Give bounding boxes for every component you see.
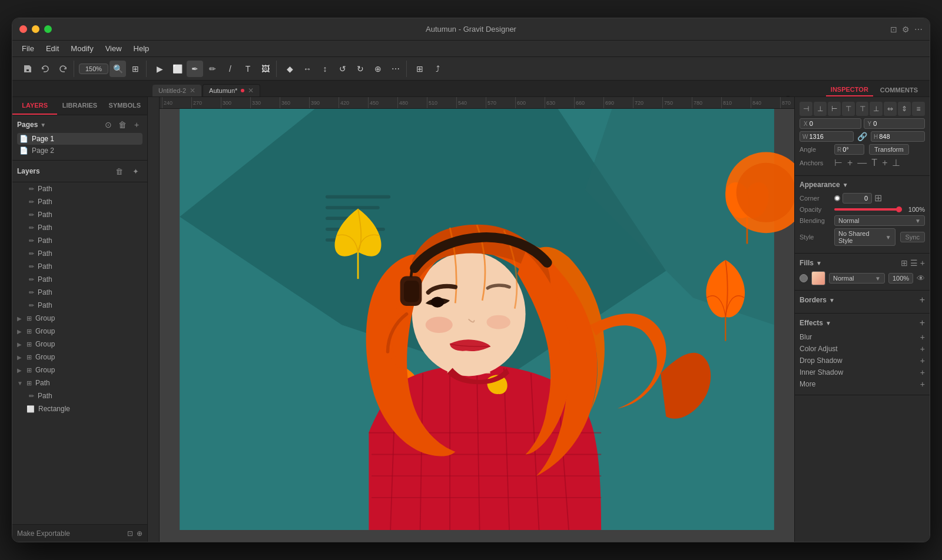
text-tool[interactable]: T bbox=[240, 61, 256, 77]
align-bottom-btn[interactable]: ⊥ bbox=[870, 102, 883, 116]
image-tool[interactable]: 🖼 bbox=[257, 61, 274, 77]
layer-path-6[interactable]: ✏ Path bbox=[12, 247, 147, 260]
fit-tool[interactable]: ⊞ bbox=[127, 61, 144, 77]
effects-add-btn[interactable]: + bbox=[920, 318, 925, 328]
layers-add-btn[interactable]: ✦ bbox=[128, 164, 142, 178]
tab-symbols[interactable]: SYMBOLS bbox=[102, 97, 147, 115]
corner-adjust-btn[interactable]: ⊞ bbox=[874, 192, 882, 204]
shape-tool[interactable]: ⬜ bbox=[169, 61, 185, 77]
anchor-bottom-icon[interactable]: ⊥ bbox=[892, 157, 900, 168]
align-top-btn[interactable]: ⊤ bbox=[842, 102, 855, 116]
anchor-left-icon[interactable]: ⊢ bbox=[834, 157, 843, 168]
layer-group-2[interactable]: ▶ ⊞ Group bbox=[12, 325, 147, 338]
angle-value[interactable]: 0° bbox=[843, 146, 849, 153]
line-tool[interactable]: / bbox=[222, 61, 238, 77]
more-add-btn[interactable]: + bbox=[920, 379, 925, 389]
undo-button[interactable] bbox=[37, 61, 54, 77]
pencil-tool[interactable]: ✏ bbox=[204, 61, 221, 77]
layer-path-4[interactable]: ✏ Path bbox=[12, 221, 147, 234]
canvas-content[interactable] bbox=[160, 109, 794, 530]
rotate-cw-tool[interactable]: ↻ bbox=[352, 61, 369, 77]
more-tool[interactable]: ⋯ bbox=[387, 61, 404, 77]
layer-group-1[interactable]: ▶ ⊞ Group bbox=[12, 312, 147, 325]
sync-btn[interactable]: Sync bbox=[900, 232, 925, 242]
export-icon-2[interactable]: ⊕ bbox=[137, 529, 142, 538]
x-value[interactable]: 0 bbox=[810, 120, 813, 127]
pages-delete-btn[interactable]: 🗑 bbox=[117, 119, 128, 131]
pages-add-btn[interactable]: + bbox=[131, 119, 142, 131]
window-action-2[interactable]: ⚙ bbox=[902, 25, 910, 34]
menu-edit[interactable]: Edit bbox=[41, 42, 64, 55]
fill-color-swatch[interactable] bbox=[811, 271, 825, 285]
style-select[interactable]: No Shared Style ▼ bbox=[834, 228, 895, 246]
canvas-area[interactable]: 240 270 300 330 360 390 420 450 480 510 … bbox=[148, 97, 794, 542]
drop-shadow-add-btn[interactable]: + bbox=[920, 356, 925, 365]
doc-tab-untitled[interactable]: Untitled-2 ✕ bbox=[152, 85, 201, 96]
export-tool[interactable]: ⤴ bbox=[429, 61, 446, 77]
layer-group-5[interactable]: ▶ ⊞ Group bbox=[12, 364, 147, 376]
fill-opacity[interactable]: 100% bbox=[888, 273, 913, 284]
save-button[interactable] bbox=[19, 61, 36, 77]
window-action-3[interactable]: ⋯ bbox=[914, 25, 923, 34]
layer-path-9[interactable]: ✏ Path bbox=[12, 286, 147, 299]
lock-aspect-btn[interactable]: 🔗 bbox=[856, 132, 868, 141]
doc-tab-autumun[interactable]: Autumun* ✕ bbox=[203, 84, 260, 96]
menu-help[interactable]: Help bbox=[129, 42, 154, 55]
zoom-level[interactable]: 150% bbox=[79, 64, 108, 74]
boolean-tool[interactable]: ⊕ bbox=[370, 61, 386, 77]
align-right-btn[interactable]: ⊢ bbox=[828, 102, 841, 116]
layers-delete-btn[interactable]: 🗑 bbox=[112, 164, 126, 178]
close-button[interactable] bbox=[19, 25, 27, 33]
zoom-tool[interactable]: 🔍 bbox=[110, 61, 126, 77]
rotate-ccw-tool[interactable]: ↺ bbox=[334, 61, 351, 77]
fill-toggle-btn[interactable] bbox=[800, 274, 808, 282]
align-center-v-btn[interactable]: ⊤ bbox=[856, 102, 869, 116]
y-value[interactable]: 0 bbox=[873, 120, 877, 127]
fill-blend-select[interactable]: Normal ▼ bbox=[829, 273, 885, 284]
fills-settings-icon[interactable]: ⊞ bbox=[901, 258, 908, 268]
align-left-btn[interactable]: ⊣ bbox=[800, 102, 812, 116]
blur-add-btn[interactable]: + bbox=[920, 332, 925, 342]
dist-v-btn[interactable]: ⇕ bbox=[898, 102, 911, 116]
anchor-right-icon[interactable]: — bbox=[857, 158, 867, 168]
page-item-1[interactable]: 📄 Page 1 bbox=[17, 133, 142, 145]
align-center-h-btn[interactable]: ⊥ bbox=[814, 102, 827, 116]
anchor-center-icon[interactable]: + bbox=[847, 158, 853, 168]
bar-chart-btn[interactable]: ≡ bbox=[912, 102, 925, 116]
opacity-slider[interactable] bbox=[834, 208, 902, 211]
transform-btn[interactable]: Transform bbox=[869, 144, 909, 155]
export-icon-1[interactable]: ⊡ bbox=[127, 529, 133, 538]
select-tool[interactable]: ▶ bbox=[151, 61, 168, 77]
comments-tab[interactable]: COMMENTS bbox=[875, 84, 923, 96]
layer-path-sub[interactable]: ✏ Path bbox=[12, 389, 147, 402]
color-adjust-add-btn[interactable]: + bbox=[920, 344, 925, 354]
layer-path-5[interactable]: ✏ Path bbox=[12, 234, 147, 247]
opacity-thumb[interactable] bbox=[896, 206, 902, 212]
page-item-2[interactable]: 📄 Page 2 bbox=[17, 145, 142, 156]
fills-add-icon[interactable]: + bbox=[920, 258, 925, 268]
pen-tool[interactable]: ✒ bbox=[187, 61, 203, 77]
fills-list-icon[interactable]: ☰ bbox=[910, 258, 918, 268]
w-value[interactable]: 1316 bbox=[809, 133, 823, 140]
minimize-button[interactable] bbox=[32, 25, 39, 33]
layer-path-10[interactable]: ✏ Path bbox=[12, 299, 147, 312]
maximize-button[interactable] bbox=[44, 25, 52, 33]
grid-tool[interactable]: ⊞ bbox=[412, 61, 428, 77]
h-value[interactable]: 848 bbox=[879, 133, 890, 140]
inspector-tab[interactable]: INSPECTOR bbox=[826, 84, 873, 96]
layer-path-7[interactable]: ✏ Path bbox=[12, 260, 147, 273]
blending-select[interactable]: Normal ▼ bbox=[834, 215, 925, 226]
layer-rectangle[interactable]: ⬜ Rectangle bbox=[12, 402, 147, 415]
fill-visibility-btn[interactable]: 👁 bbox=[917, 274, 925, 283]
dist-h-btn[interactable]: ⇔ bbox=[884, 102, 897, 116]
inner-shadow-add-btn[interactable]: + bbox=[920, 368, 925, 377]
corner-value[interactable]: 0 bbox=[843, 193, 872, 204]
layer-path-3[interactable]: ✏ Path bbox=[12, 208, 147, 221]
doc-tab-autumun-close[interactable]: ✕ bbox=[248, 86, 254, 95]
doc-tab-untitled-close[interactable]: ✕ bbox=[190, 86, 195, 95]
layer-path-group[interactable]: ▼ ⊞ Path bbox=[12, 376, 147, 389]
layer-path-2[interactable]: ✏ Path bbox=[12, 195, 147, 208]
tab-libraries[interactable]: LIBRARIES bbox=[57, 97, 102, 115]
menu-file[interactable]: File bbox=[17, 42, 39, 55]
menu-view[interactable]: View bbox=[101, 42, 127, 55]
